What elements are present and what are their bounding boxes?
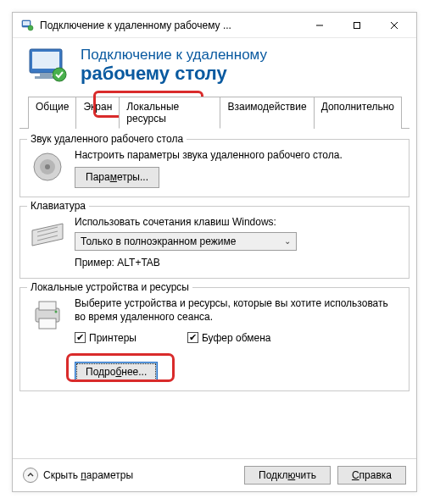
tab-display[interactable]: Экран — [75, 97, 120, 129]
tab-content: Звук удаленного рабочего стола Настроить… — [13, 129, 416, 458]
group-local-devices-title: Локальные устройства и ресурсы — [27, 281, 192, 293]
group-keyboard-title: Клавиатура — [27, 200, 89, 212]
tab-experience[interactable]: Взаимодействие — [220, 97, 314, 129]
help-button[interactable]: Справка — [337, 466, 406, 485]
header-title: рабочему столу — [81, 64, 267, 84]
maximize-button[interactable] — [338, 14, 376, 37]
header-subtitle: Подключение к удаленному — [81, 47, 267, 64]
local-devices-text: Выберите устройства и ресурсы, которые в… — [75, 296, 400, 324]
tab-advanced[interactable]: Дополнительно — [314, 97, 402, 129]
checkbox-clipboard[interactable]: ✔ Буфер обмена — [187, 331, 271, 345]
svg-rect-4 — [354, 22, 360, 28]
group-remote-audio-title: Звук удаленного рабочего стола — [27, 133, 187, 145]
titlebar: Подключение к удаленному рабочему ... — [13, 13, 416, 38]
group-local-devices: Локальные устройства и ресурсы Выберите … — [20, 287, 410, 391]
checkmark-icon: ✔ — [75, 332, 86, 343]
more-button[interactable]: Подробнее... — [75, 362, 158, 382]
svg-rect-20 — [39, 318, 56, 329]
svg-point-11 — [53, 68, 66, 81]
rdp-logo-icon — [26, 47, 70, 83]
svg-point-2 — [28, 25, 33, 30]
svg-rect-19 — [39, 302, 56, 310]
svg-point-21 — [55, 311, 58, 313]
audio-settings-button[interactable]: Параметры... — [75, 167, 159, 187]
minimize-button[interactable] — [301, 14, 338, 37]
group-keyboard: Клавиатура Использовать сочетания клавиш… — [20, 206, 410, 280]
collapse-options-button[interactable] — [23, 468, 38, 483]
checkbox-printers[interactable]: ✔ Принтеры — [75, 331, 136, 345]
svg-point-14 — [45, 164, 50, 169]
keyboard-icon — [29, 215, 66, 252]
svg-rect-8 — [32, 52, 59, 69]
svg-rect-9 — [40, 73, 52, 76]
printer-icon — [29, 296, 66, 334]
checkmark-icon: ✔ — [187, 332, 198, 343]
keyboard-text: Использовать сочетания клавиш Windows: — [75, 215, 400, 229]
speaker-icon — [29, 148, 66, 186]
tab-general[interactable]: Общие — [28, 97, 76, 129]
window-title: Подключение к удаленному рабочему ... — [40, 19, 301, 31]
dialog-header: Подключение к удаленному рабочему столу — [13, 38, 416, 96]
connect-button[interactable]: Подключить — [244, 466, 331, 485]
svg-rect-1 — [23, 21, 30, 25]
keyboard-combo-value: Только в полноэкранном режиме — [81, 235, 236, 248]
chevron-down-icon: ⌄ — [284, 235, 291, 247]
close-button[interactable] — [376, 14, 413, 37]
remote-audio-text: Настроить параметры звука удаленного раб… — [75, 148, 400, 162]
tab-local-resources[interactable]: Локальные ресурсы — [119, 97, 220, 129]
keyboard-example: Пример: ALT+TAB — [75, 256, 400, 269]
group-remote-audio: Звук удаленного рабочего стола Настроить… — [20, 139, 410, 197]
keyboard-combo-select[interactable]: Только в полноэкранном режиме ⌄ — [75, 232, 297, 251]
tab-row: Общие Экран Локальные ресурсы Взаимодейс… — [20, 96, 410, 129]
bottom-bar: Скрыть параметры Подключить Справка — [13, 458, 416, 491]
app-icon — [21, 19, 35, 32]
hide-options-link[interactable]: Скрыть параметры — [43, 469, 133, 481]
rdp-window: Подключение к удаленному рабочему ... — [12, 12, 417, 492]
